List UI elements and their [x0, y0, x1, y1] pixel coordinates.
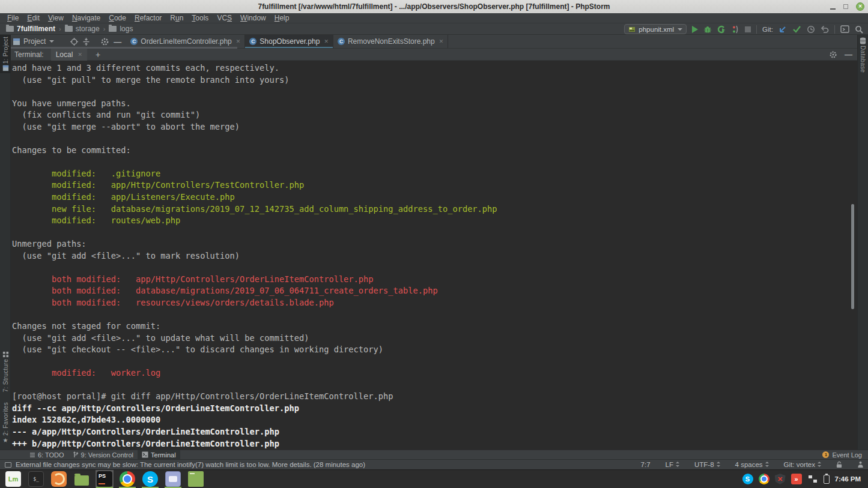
taskbar-xterm-button[interactable]: [187, 470, 205, 488]
close-icon[interactable]: ✕: [324, 38, 329, 44]
terminal-line: [12, 262, 857, 274]
terminal-tab-local[interactable]: Local ✕: [51, 49, 87, 61]
stop-button[interactable]: [745, 26, 751, 32]
collapse-all-icon[interactable]: [82, 37, 91, 46]
event-log-button[interactable]: 1 Event Log: [822, 451, 868, 459]
menu-code[interactable]: Code: [105, 14, 130, 22]
status-line_ending[interactable]: LF: [666, 461, 679, 468]
menu-window[interactable]: Window: [236, 14, 270, 22]
terminal-line: index 152862c,d7bde43..0000000: [12, 414, 857, 426]
project-panel-header[interactable]: Project —: [11, 35, 125, 48]
minimize-button[interactable]: [830, 8, 836, 10]
taskbar-files-button[interactable]: [73, 470, 91, 488]
terminal-toolbar: Terminal: Local ✕ + —: [11, 49, 857, 61]
run-anything-icon[interactable]: [840, 25, 849, 33]
menu-edit[interactable]: Edit: [23, 14, 44, 22]
close-icon[interactable]: ✕: [236, 38, 241, 44]
history-button[interactable]: [807, 25, 815, 34]
status-indent-value: 4 spaces: [735, 461, 763, 468]
hide-panel-icon[interactable]: —: [114, 37, 121, 46]
taskbar-skype-button[interactable]: S: [141, 470, 159, 488]
menu-navigate[interactable]: Navigate: [68, 14, 105, 22]
taskbar-phpstorm-button[interactable]: PS: [96, 470, 114, 488]
lock-icon[interactable]: [836, 461, 842, 468]
sidebar-item-database[interactable]: Database: [857, 37, 868, 85]
todo-label: 6: TODO: [38, 451, 64, 459]
menu-file[interactable]: File: [3, 14, 23, 22]
taskbar-firefox-button[interactable]: [50, 470, 68, 488]
database-strip-label: Database: [860, 46, 866, 73]
menu-view[interactable]: View: [44, 14, 68, 22]
sidebar-item-project[interactable]: 1: Project: [0, 35, 11, 73]
status-message[interactable]: External file changes sync may be slow: …: [16, 461, 365, 468]
menu-run[interactable]: Run: [166, 14, 187, 22]
close-button[interactable]: ✕: [856, 2, 864, 11]
search-everywhere-icon[interactable]: [855, 25, 863, 34]
update-project-button[interactable]: [778, 25, 787, 34]
toolwindow-version-control[interactable]: 9: Version Control: [68, 450, 138, 460]
tray-sync-icon[interactable]: »: [791, 474, 802, 484]
locate-file-icon[interactable]: [70, 37, 79, 46]
run-with-coverage-button[interactable]: [717, 25, 726, 34]
taskbar-chrome-button[interactable]: [118, 470, 136, 488]
close-icon[interactable]: ✕: [439, 38, 444, 44]
git-toolbar-label: Git:: [762, 26, 773, 33]
xterm-icon: [188, 471, 204, 487]
breadcrumb-separator: ›: [59, 25, 61, 32]
php-class-icon: C: [249, 38, 256, 45]
title-bar[interactable]: 7fulfillment [/var/www/html/7fulfillment…: [0, 0, 868, 13]
rollback-button[interactable]: [821, 25, 829, 34]
tray-network-icon[interactable]: [807, 474, 818, 484]
window-title: 7fulfillment [/var/www/html/7fulfillment…: [258, 2, 610, 11]
version-control-icon: [73, 451, 79, 458]
status-encoding[interactable]: UTF-8: [694, 461, 720, 468]
sidebar-item-structure[interactable]: 7: Structure: [0, 351, 11, 399]
terminal-output[interactable]: and have 1 and 3 different commits each,…: [11, 61, 857, 450]
tray-skype-icon[interactable]: S: [742, 474, 753, 484]
editor-tab[interactable]: CShopObserver.php✕: [245, 35, 333, 48]
terminal-scrollbar[interactable]: [851, 204, 854, 309]
toolwindow-todo[interactable]: 6: TODO: [25, 450, 68, 460]
terminal-line: --- a/app/Http/Controllers/OrderLineItem…: [12, 426, 857, 438]
status-indent[interactable]: 4 spaces: [735, 461, 769, 468]
editor-tab[interactable]: CRemoveNonExitsStore.php✕: [333, 35, 448, 48]
database-icon: [860, 37, 866, 44]
debug-button[interactable]: [703, 25, 712, 34]
tray-shield-icon[interactable]: ✕: [775, 474, 786, 484]
editor-tab[interactable]: COrderLineItemController.php✕: [126, 35, 245, 48]
terminal-settings-gear-icon[interactable]: [829, 50, 837, 59]
commit-button[interactable]: [792, 25, 801, 33]
status-git[interactable]: Git: vortex: [784, 461, 821, 468]
status-caret[interactable]: 7:7: [641, 461, 651, 468]
taskbar-clock[interactable]: 7:46 PM: [835, 475, 863, 483]
highlighting-level-icon[interactable]: [857, 461, 864, 468]
toolwindow-terminal[interactable]: Terminal: [138, 450, 180, 460]
menu-refactor[interactable]: Refactor: [130, 14, 166, 22]
tray-chrome-icon[interactable]: [759, 474, 769, 484]
taskbar-mint-menu-button[interactable]: Lm: [4, 470, 22, 488]
tray-battery-icon[interactable]: [824, 475, 830, 484]
taskbar-terminal-button[interactable]: $_: [27, 470, 45, 488]
maximize-button[interactable]: [843, 4, 848, 9]
breadcrumb-item[interactable]: storage: [65, 25, 100, 33]
breadcrumb-item[interactable]: logs: [109, 25, 133, 33]
main-toolbar: phpunit.xml Git:: [624, 23, 863, 35]
taskbar-messenger-button[interactable]: [164, 470, 182, 488]
settings-gear-icon[interactable]: [100, 37, 109, 46]
status-encoding-value: UTF-8: [694, 461, 714, 468]
profiler-button[interactable]: [731, 25, 739, 34]
terminal-line: modified: .gitignore: [12, 168, 857, 180]
close-icon[interactable]: ✕: [77, 52, 82, 58]
terminal-line: (use "git add <file>..." to mark resolut…: [12, 250, 857, 262]
menu-vcs[interactable]: VCS: [213, 14, 236, 22]
run-button[interactable]: [692, 26, 698, 33]
run-config-select[interactable]: phpunit.xml: [624, 24, 687, 34]
terminal-line: modified: worker.log: [12, 367, 857, 379]
taskbar-apps: Lm $_ PS S: [0, 470, 205, 488]
menu-help[interactable]: Help: [270, 14, 294, 22]
breadcrumb-item[interactable]: 7fulfillment: [6, 25, 55, 33]
new-terminal-tab-button[interactable]: +: [96, 50, 100, 59]
sidebar-item-favorites[interactable]: 2: Favorites ★: [0, 402, 11, 449]
menu-tools[interactable]: Tools: [187, 14, 213, 22]
hide-terminal-icon[interactable]: —: [845, 50, 852, 59]
